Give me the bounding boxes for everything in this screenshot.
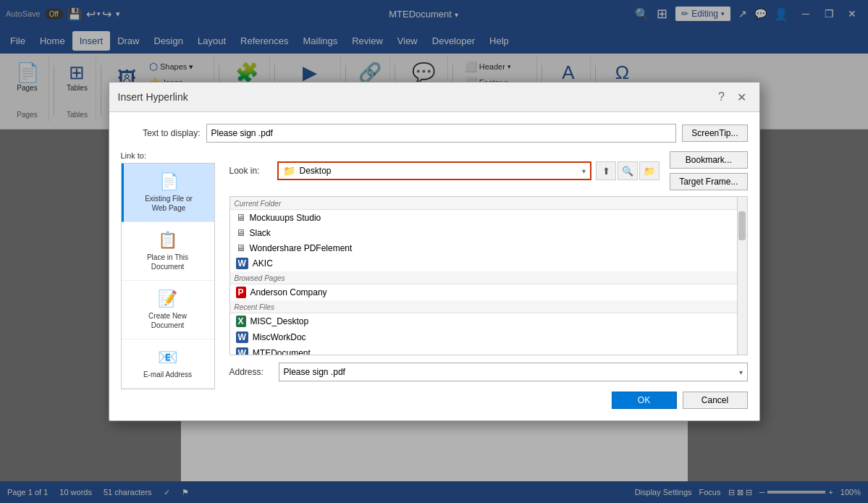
dialog-title-controls: ? ✕	[713, 88, 751, 106]
look-in-row: Look in: 📁 Desktop ▾ ⬆ 🔍 📁	[229, 151, 748, 190]
current-folder-label: Current Folder	[230, 197, 737, 210]
scrollbar-thumb	[738, 211, 746, 240]
mtedocument-name: MTEDocument	[253, 348, 311, 355]
insert-hyperlink-dialog: Insert Hyperlink ? ✕ Text to display: Sc…	[109, 82, 760, 421]
pdfelement-icon: 🖥	[236, 242, 245, 253]
screentip-button[interactable]: ScreenTip...	[682, 124, 747, 142]
file-slack[interactable]: 🖥 Slack	[230, 225, 737, 240]
mockuuups-icon: 🖥	[236, 212, 245, 223]
file-mockuuups[interactable]: 🖥 Mockuuups Studio	[230, 210, 737, 225]
file-miscworkdoc[interactable]: W MiscWorkDoc	[230, 329, 737, 345]
place-in-doc-icon: 📋	[158, 231, 177, 250]
anderson-name: Anderson Company	[250, 287, 327, 297]
dialog-footer: OK Cancel	[229, 392, 748, 409]
dialog-close-button[interactable]: ✕	[733, 88, 751, 106]
email-address-icon: 📧	[158, 348, 177, 367]
existing-file-icon: 📄	[159, 172, 179, 191]
nav-email-address[interactable]: 📧 E-mail Address	[122, 339, 214, 389]
address-chevron: ▾	[739, 368, 743, 376]
look-in-dropdown[interactable]: 📁 Desktop ▾	[277, 161, 592, 180]
anderson-icon: P	[236, 287, 246, 298]
file-list-scrollbar[interactable]	[737, 197, 747, 355]
dialog-help-button[interactable]: ?	[713, 88, 730, 106]
look-in-text: Desktop	[300, 166, 332, 176]
create-new-label: Create NewDocument	[148, 311, 187, 330]
dialog-main-area: Link to: 📄 Existing File orWeb Page 📋 Pl…	[121, 151, 748, 409]
misc-desktop-icon: X	[236, 316, 246, 327]
dialog-sidebar: 📄 Existing File orWeb Page 📋 Place in Th…	[121, 163, 215, 389]
ok-button[interactable]: OK	[612, 392, 677, 409]
address-value: Please sign .pdf	[284, 367, 345, 377]
address-row: Address: Please sign .pdf ▾	[229, 363, 748, 381]
text-to-display-label: Text to display:	[121, 128, 201, 138]
target-frame-button[interactable]: Target Frame...	[670, 173, 747, 190]
look-in-tools: ⬆ 🔍 📁	[596, 161, 660, 180]
existing-file-label: Existing File orWeb Page	[145, 194, 193, 213]
akic-icon: W	[236, 258, 248, 269]
dialog-overlay: Insert Hyperlink ? ✕ Text to display: Sc…	[0, 0, 868, 503]
nav-place-in-doc[interactable]: 📋 Place in ThisDocument	[122, 222, 214, 281]
dialog-body: Text to display: ScreenTip... Link to: 📄…	[109, 112, 759, 420]
miscworkdoc-name: MiscWorkDoc	[253, 332, 306, 342]
link-to-label: Link to:	[121, 151, 146, 160]
slack-icon: 🖥	[236, 227, 245, 238]
file-browser: Look in: 📁 Desktop ▾ ⬆ 🔍 📁	[229, 151, 748, 409]
misc-desktop-name: MISC_Desktop	[250, 316, 309, 326]
file-mtedocument[interactable]: W MTEDocument	[230, 345, 737, 355]
file-misc-desktop[interactable]: X MISC_Desktop	[230, 313, 737, 329]
dialog-title-bar: Insert Hyperlink ? ✕	[109, 83, 759, 112]
folder-icon: 📁	[283, 165, 295, 177]
nav-existing-file[interactable]: 📄 Existing File orWeb Page	[122, 164, 214, 222]
look-in-value: 📁 Desktop	[283, 165, 332, 177]
bookmark-button[interactable]: Bookmark...	[670, 151, 747, 169]
place-in-doc-label: Place in ThisDocument	[147, 253, 188, 271]
akic-name: AKIC	[253, 258, 273, 269]
file-list: Current Folder 🖥 Mockuuups Studio 🖥 Slac…	[230, 197, 737, 355]
browsed-pages-label: Browsed Pages	[230, 271, 737, 284]
create-new-icon: 📝	[158, 289, 177, 308]
link-to-section: Link to: 📄 Existing File orWeb Page 📋 Pl…	[121, 151, 224, 409]
file-list-container: Current Folder 🖥 Mockuuups Studio 🖥 Slac…	[229, 196, 748, 355]
look-in-chevron: ▾	[582, 167, 586, 175]
text-to-display-input[interactable]	[206, 124, 677, 143]
slack-name: Slack	[250, 228, 271, 238]
nav-create-new-doc[interactable]: 📝 Create NewDocument	[122, 281, 214, 339]
address-label: Address:	[229, 367, 273, 377]
dialog-right-buttons: Bookmark... Target Frame...	[670, 151, 747, 190]
mockuuups-name: Mockuuups Studio	[250, 213, 321, 223]
recent-files-label: Recent Files	[230, 300, 737, 313]
pdfelement-name: Wondershare PDFelement	[250, 243, 353, 253]
mtedocument-icon: W	[236, 347, 248, 355]
cancel-button[interactable]: Cancel	[683, 392, 748, 409]
look-in-label: Look in:	[229, 166, 273, 176]
file-anderson[interactable]: P Anderson Company	[230, 284, 737, 300]
text-to-display-row: Text to display: ScreenTip...	[121, 124, 748, 143]
address-dropdown[interactable]: Please sign .pdf ▾	[279, 363, 748, 381]
look-in-folder-button[interactable]: 📁	[639, 161, 660, 180]
file-akic[interactable]: W AKIC	[230, 255, 737, 271]
file-pdfelement[interactable]: 🖥 Wondershare PDFelement	[230, 240, 737, 255]
look-in-search-button[interactable]: 🔍	[618, 161, 638, 180]
miscworkdoc-icon: W	[236, 331, 248, 343]
email-address-label: E-mail Address	[143, 370, 192, 379]
dialog-title: Insert Hyperlink	[118, 91, 188, 103]
look-in-up-button[interactable]: ⬆	[596, 161, 616, 180]
